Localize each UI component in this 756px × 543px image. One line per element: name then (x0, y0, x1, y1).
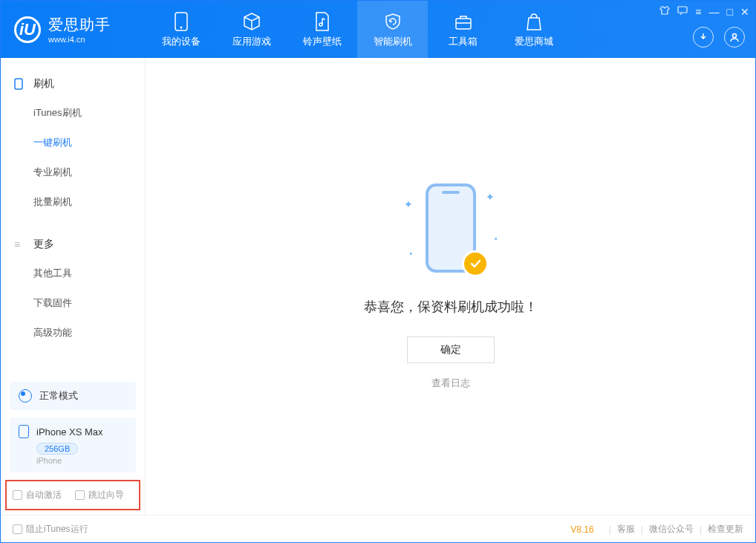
toolbox-icon (454, 11, 473, 32)
phone-icon (19, 425, 29, 438)
refresh-shield-icon (383, 11, 403, 32)
header: iU 爱思助手 www.i4.cn 我的设备 应用游戏 铃声壁纸 智能刷机 工具… (1, 1, 755, 58)
sidebar: 刷机 iTunes刷机 一键刷机 专业刷机 批量刷机 ≡ 更多 其他工具 下载固… (1, 58, 146, 515)
nav-apps-games[interactable]: 应用游戏 (216, 1, 287, 58)
checkbox-icon (13, 490, 22, 500)
logo-area: iU 爱思助手 www.i4.cn (1, 15, 146, 44)
device-mode: 正常模式 (39, 389, 78, 403)
checkbox-icon (13, 524, 22, 534)
svg-rect-3 (456, 19, 471, 29)
device-name-row: iPhone XS Max (19, 425, 127, 438)
nav-label: 智能刷机 (374, 35, 412, 48)
svg-point-2 (319, 23, 322, 26)
sidebar-item-batch-flash[interactable]: 批量刷机 (1, 187, 145, 217)
group-label: 更多 (33, 238, 54, 251)
header-actions (693, 27, 745, 48)
nav-label: 爱思商城 (515, 35, 553, 48)
footer-left: 阻止iTunes运行 (13, 523, 570, 536)
success-message: 恭喜您，保资料刷机成功啦！ (364, 298, 538, 316)
checkbox-auto-activate[interactable]: 自动激活 (13, 489, 62, 501)
menu-icon[interactable]: ≡ (695, 6, 701, 18)
logo-icon: iU (14, 16, 41, 43)
app-url: www.i4.cn (48, 35, 111, 44)
sidebar-item-other-tools[interactable]: 其他工具 (1, 259, 145, 288)
app-name: 爱思助手 (48, 15, 111, 35)
body: 刷机 iTunes刷机 一键刷机 专业刷机 批量刷机 ≡ 更多 其他工具 下载固… (1, 58, 755, 515)
checkbox-label: 阻止iTunes运行 (26, 523, 88, 536)
window-controls: ≡ — □ ✕ (659, 5, 749, 18)
device-type: iPhone (36, 456, 127, 465)
svg-point-1 (180, 26, 182, 28)
sidebar-group-flash: 刷机 (1, 70, 145, 98)
music-file-icon (314, 11, 330, 32)
nav-store[interactable]: 爱思商城 (498, 1, 569, 58)
nav-ringtone-wallpaper[interactable]: 铃声壁纸 (287, 1, 357, 58)
sidebar-item-advanced[interactable]: 高级功能 (1, 318, 145, 348)
version-label: V8.16 (570, 524, 593, 535)
sidebar-item-oneclick-flash[interactable]: 一键刷机 (1, 128, 145, 157)
sparkle-icon: • (495, 235, 498, 243)
svg-point-5 (733, 34, 737, 38)
storage-badge: 256GB (36, 443, 78, 455)
sidebar-item-pro-flash[interactable]: 专业刷机 (1, 157, 145, 187)
device-icon (175, 11, 188, 32)
sidebar-item-download-firmware[interactable]: 下载固件 (1, 288, 145, 318)
feedback-icon[interactable] (677, 5, 688, 18)
sparkle-icon: ✦ (486, 191, 495, 203)
checkbox-label: 自动激活 (26, 489, 62, 501)
checkbox-icon (75, 490, 85, 500)
cube-icon (242, 11, 261, 32)
user-button[interactable] (724, 27, 745, 48)
success-illustration: ✦ ✦ • • (410, 183, 492, 280)
minimize-icon[interactable]: — (709, 6, 720, 18)
separator: | (700, 524, 702, 535)
view-log-link[interactable]: 查看日志 (431, 377, 470, 390)
sparkle-icon: • (410, 250, 413, 258)
svg-rect-6 (15, 79, 22, 89)
mode-icon (19, 389, 32, 403)
sidebar-item-itunes-flash[interactable]: iTunes刷机 (1, 98, 145, 128)
nav-label: 工具箱 (449, 35, 478, 48)
nav-tabs: 我的设备 应用游戏 铃声壁纸 智能刷机 工具箱 爱思商城 (146, 1, 569, 58)
device-area: 正常模式 iPhone XS Max 256GB iPhone (1, 373, 145, 472)
device-mode-card[interactable]: 正常模式 (10, 382, 136, 410)
main-content: ✦ ✦ • • 恭喜您，保资料刷机成功啦！ 确定 查看日志 (146, 58, 755, 515)
nav-smart-flash[interactable]: 智能刷机 (357, 1, 428, 58)
skin-icon[interactable] (659, 5, 670, 18)
footer-link-wechat[interactable]: 微信公众号 (649, 523, 694, 536)
svg-rect-4 (678, 7, 687, 13)
flash-options-highlighted: 自动激活 跳过向导 (5, 480, 140, 510)
separator: | (641, 524, 643, 535)
device-name: iPhone XS Max (36, 426, 103, 438)
ok-button[interactable]: 确定 (407, 336, 495, 363)
separator: | (609, 524, 611, 535)
sidebar-content: 刷机 iTunes刷机 一键刷机 专业刷机 批量刷机 ≡ 更多 其他工具 下载固… (1, 58, 145, 373)
group-label: 刷机 (33, 77, 54, 91)
maximize-icon[interactable]: □ (727, 6, 733, 18)
nav-label: 我的设备 (162, 35, 201, 48)
device-info-card[interactable]: iPhone XS Max 256GB iPhone (10, 417, 136, 472)
bag-icon (525, 11, 543, 32)
close-icon[interactable]: ✕ (740, 6, 749, 18)
sparkle-icon: ✦ (404, 198, 413, 210)
nav-label: 铃声壁纸 (303, 35, 342, 48)
logo-text: 爱思助手 www.i4.cn (48, 15, 111, 44)
footer-link-support[interactable]: 客服 (617, 523, 635, 536)
footer: 阻止iTunes运行 V8.16 | 客服 | 微信公众号 | 检查更新 (1, 515, 755, 543)
footer-right: V8.16 | 客服 | 微信公众号 | 检查更新 (570, 523, 743, 536)
checkbox-block-itunes[interactable]: 阻止iTunes运行 (13, 523, 88, 536)
nav-toolbox[interactable]: 工具箱 (428, 1, 498, 58)
checkbox-label: 跳过向导 (88, 489, 124, 501)
download-button[interactable] (693, 27, 714, 48)
nav-my-device[interactable]: 我的设备 (146, 1, 216, 58)
checkbox-skip-wizard[interactable]: 跳过向导 (75, 489, 124, 501)
sidebar-group-more: ≡ 更多 (1, 230, 145, 259)
phone-icon (14, 78, 26, 90)
footer-link-update[interactable]: 检查更新 (708, 523, 743, 536)
check-badge-icon (462, 250, 489, 277)
list-icon: ≡ (14, 238, 26, 250)
nav-label: 应用游戏 (232, 35, 271, 48)
